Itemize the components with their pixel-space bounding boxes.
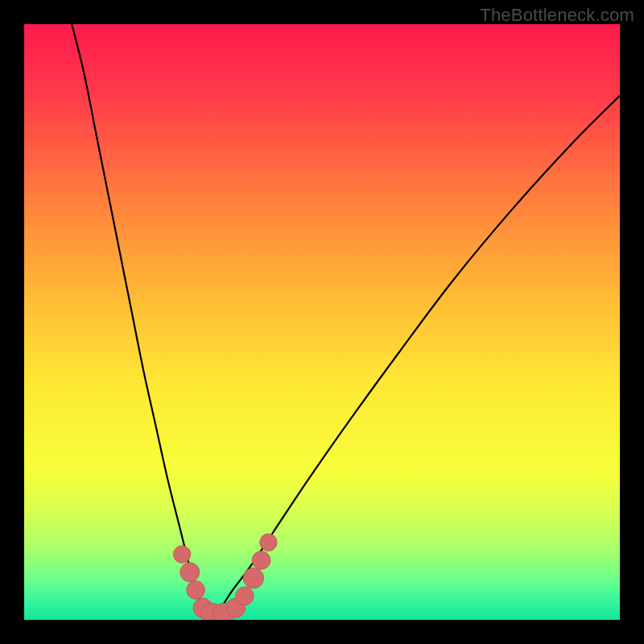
marker-point [260, 534, 277, 551]
chart-frame: TheBottleneck.com [0, 0, 644, 644]
marker-point [235, 587, 254, 605]
highlighted-markers [173, 534, 277, 620]
marker-point [173, 546, 190, 563]
watermark-text: TheBottleneck.com [480, 5, 634, 26]
marker-point [243, 568, 263, 588]
plot-area [24, 24, 620, 620]
curve-layer [24, 24, 620, 620]
marker-point [187, 581, 205, 600]
curve-left-branch [72, 24, 208, 620]
marker-point [180, 563, 200, 582]
marker-point [252, 551, 270, 570]
